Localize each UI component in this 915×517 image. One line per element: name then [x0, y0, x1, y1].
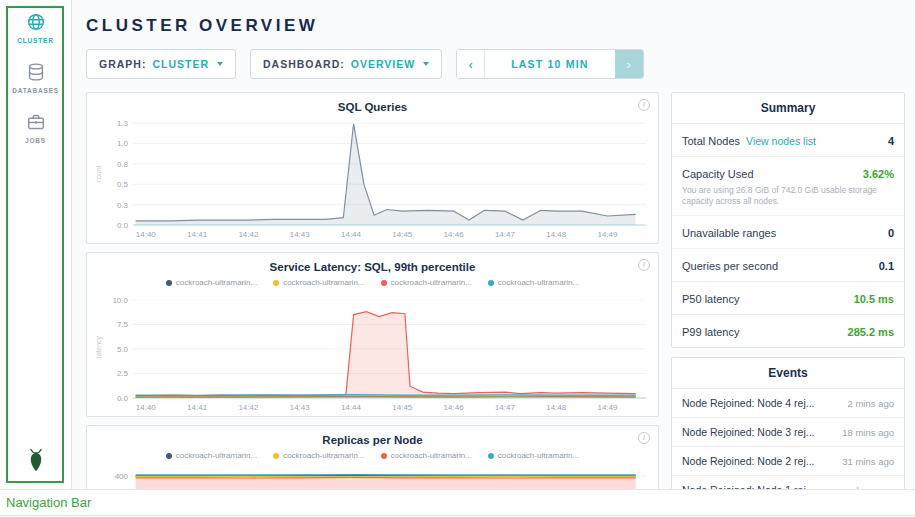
info-icon[interactable]: i — [638, 259, 650, 271]
svg-text:14:42: 14:42 — [238, 230, 259, 239]
legend-dot-icon — [273, 280, 279, 286]
time-range-selector: ‹ LAST 10 MIN › — [456, 49, 643, 79]
svg-text:14:47: 14:47 — [495, 230, 516, 239]
svg-text:1.3: 1.3 — [117, 119, 129, 128]
legend-label: cockroach-ultramarin... — [498, 278, 579, 287]
chart-title: Service Latency: SQL, 99th percentile — [87, 253, 658, 275]
summary-row-left: Capacity Used — [682, 164, 754, 182]
summary-row: Unavailable ranges0 — [672, 216, 904, 249]
svg-text:0.8: 0.8 — [117, 160, 129, 169]
legend-dot-icon — [166, 280, 172, 286]
legend-dot-icon — [381, 280, 387, 286]
summary-value: 4 — [888, 135, 894, 147]
summary-label: Capacity Used — [682, 168, 754, 180]
svg-text:14:43: 14:43 — [290, 403, 311, 412]
page-title: CLUSTER OVERVIEW — [86, 16, 905, 36]
sidebar-item-cluster[interactable]: CLUSTER — [0, 0, 71, 50]
time-range-prev-button[interactable]: ‹ — [457, 50, 485, 78]
summary-value: 3.62% — [863, 168, 894, 180]
summary-value: 285.2 ms — [848, 326, 894, 338]
summary-row-left: P50 latency — [682, 289, 739, 307]
events-title: Events — [672, 358, 904, 389]
legend-item: cockroach-ultramarin... — [381, 278, 472, 287]
legend-label: cockroach-ultramarin... — [176, 278, 257, 287]
legend-label: cockroach-ultramarin... — [283, 278, 364, 287]
sidebar-item-label: JOBS — [0, 137, 71, 144]
legend-item: cockroach-ultramarin... — [273, 278, 364, 287]
event-time: 2 mins ago — [848, 398, 894, 409]
chart-plot-replicas-per-node: 010020030040014:4014:4114:4214:4314:4414… — [89, 463, 654, 490]
annotation-caption-text: Navigation Bar — [6, 495, 91, 510]
svg-text:14:49: 14:49 — [598, 403, 619, 412]
svg-text:14:46: 14:46 — [444, 230, 465, 239]
chevron-down-icon — [423, 62, 429, 66]
summary-subtext: You are using 26.8 GiB of 742.0 GiB usab… — [682, 185, 894, 208]
legend-item: cockroach-ultramarin... — [381, 451, 472, 460]
cockroachdb-logo-icon[interactable] — [0, 447, 72, 477]
summary-value: 0 — [888, 227, 894, 239]
summary-row-main: Unavailable ranges0 — [682, 223, 894, 241]
dashboard-dropdown[interactable]: DASHBOARD: OVERVIEW — [250, 49, 442, 79]
svg-text:14:43: 14:43 — [290, 230, 311, 239]
events-card: Events Node Rejoined: Node 4 rej...2 min… — [671, 357, 905, 490]
chart-title: SQL Queries — [87, 93, 658, 115]
svg-text:14:44: 14:44 — [341, 230, 362, 239]
view-nodes-link[interactable]: View nodes list — [746, 135, 816, 147]
summary-value: 0.1 — [879, 260, 894, 272]
time-range-label[interactable]: LAST 10 MIN — [485, 50, 614, 78]
summary-row-main: Total NodesView nodes list4 — [682, 131, 894, 149]
svg-text:14:48: 14:48 — [546, 230, 567, 239]
info-icon[interactable]: i — [638, 99, 650, 111]
svg-text:14:45: 14:45 — [392, 230, 413, 239]
sidebar-item-label: CLUSTER — [0, 37, 71, 44]
svg-text:2.5: 2.5 — [117, 369, 129, 378]
legend-item: cockroach-ultramarin... — [273, 451, 364, 460]
summary-label: Total Nodes — [682, 135, 740, 147]
legend-dot-icon — [166, 453, 172, 459]
event-row: Node Rejoined: Node 2 rej...31 mins ago — [672, 447, 904, 476]
graph-dropdown[interactable]: GRAPH: CLUSTER — [86, 49, 236, 79]
summary-row-main: Queries per second0.1 — [682, 256, 894, 274]
event-row: Node Rejoined: Node 4 rej...2 mins ago — [672, 389, 904, 418]
legend-label: cockroach-ultramarin... — [176, 451, 257, 460]
svg-text:5.0: 5.0 — [117, 345, 129, 354]
event-time: an hour ago — [843, 485, 894, 490]
sidebar-item-databases[interactable]: DATABASES — [0, 50, 71, 100]
dashboard-dropdown-value: OVERVIEW — [351, 58, 415, 70]
legend-label: cockroach-ultramarin... — [498, 451, 579, 460]
chart-plot-sql-queries: 0.00.30.50.81.01.314:4014:4114:4214:4314… — [89, 117, 654, 241]
dashboard-dropdown-label: DASHBOARD: — [263, 58, 345, 70]
summary-row: Queries per second0.1 — [672, 249, 904, 282]
svg-text:count: count — [95, 165, 102, 182]
summary-label: P99 latency — [682, 326, 739, 338]
svg-text:14:44: 14:44 — [341, 403, 362, 412]
legend-dot-icon — [488, 453, 494, 459]
sidebar-item-jobs[interactable]: JOBS — [0, 100, 71, 150]
summary-value: 10.5 ms — [854, 293, 894, 305]
time-range-next-button[interactable]: › — [615, 50, 643, 78]
summary-title: Summary — [672, 93, 904, 124]
event-row: Node Rejoined: Node 3 rej...18 mins ago — [672, 418, 904, 447]
right-column: Summary Total NodesView nodes list4Capac… — [671, 92, 905, 490]
svg-text:1.0: 1.0 — [117, 139, 129, 148]
summary-card: Summary Total NodesView nodes list4Capac… — [671, 92, 905, 348]
summary-row: P50 latency10.5 ms — [672, 282, 904, 315]
summary-row-left: Total NodesView nodes list — [682, 131, 816, 149]
chevron-down-icon — [217, 62, 223, 66]
svg-text:14:47: 14:47 — [495, 403, 516, 412]
event-text: Node Rejoined: Node 1 rej... — [682, 484, 815, 490]
event-time: 18 mins ago — [842, 427, 894, 438]
cluster-globe-icon — [0, 11, 71, 33]
legend-label: cockroach-ultramarin... — [283, 451, 364, 460]
legend-item: cockroach-ultramarin... — [488, 451, 579, 460]
legend-label: cockroach-ultramarin... — [391, 278, 472, 287]
info-icon[interactable]: i — [638, 432, 650, 444]
legend-item: cockroach-ultramarin... — [166, 278, 257, 287]
summary-rows: Total NodesView nodes list4Capacity Used… — [672, 124, 904, 347]
summary-row: Capacity Used3.62%You are using 26.8 GiB… — [672, 157, 904, 216]
svg-text:latency: latency — [95, 335, 103, 358]
svg-text:14:41: 14:41 — [187, 403, 208, 412]
sidebar-item-label: DATABASES — [0, 87, 71, 94]
chart-card-service-latency: Service Latency: SQL, 99th percentile i … — [86, 252, 659, 417]
chart-card-sql-queries: SQL Queries i 0.00.30.50.81.01.314:4014:… — [86, 92, 659, 244]
